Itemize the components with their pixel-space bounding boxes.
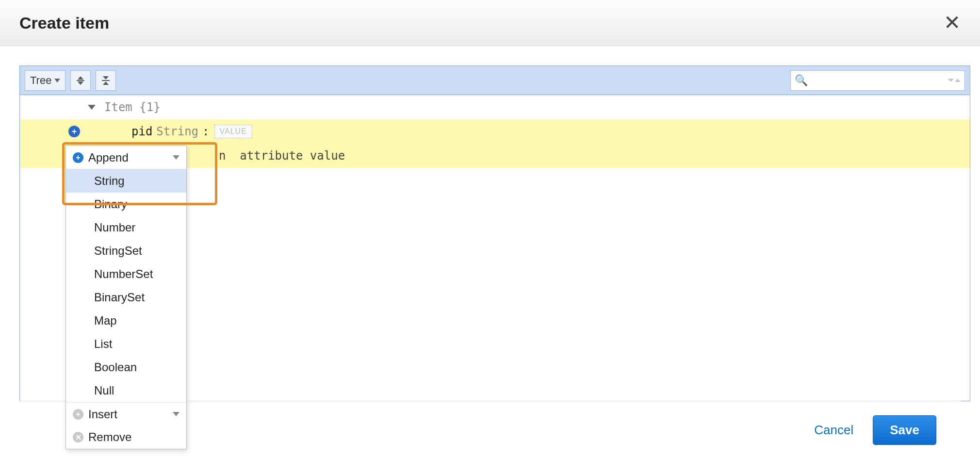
root-label: Item [104, 100, 132, 114]
menu-type-label: NumberSet [94, 267, 153, 281]
chevron-down-icon [173, 155, 180, 160]
plus-icon: + [73, 409, 83, 420]
menu-type-label: Null [94, 384, 114, 397]
menu-type-label: List [94, 337, 112, 351]
add-attribute-icon[interactable]: + [68, 126, 80, 137]
root-count: {1} [139, 100, 160, 114]
search-icon: 🔍 [795, 74, 808, 87]
menu-type-stringset[interactable]: StringSet [66, 239, 186, 262]
menu-append-label: Append [88, 151, 129, 164]
view-mode-label: Tree [30, 74, 51, 87]
view-mode-dropdown[interactable]: Tree [25, 70, 65, 91]
dialog-title: Create item [19, 14, 109, 33]
menu-type-null[interactable]: Null [66, 379, 186, 402]
caret-down-icon[interactable] [88, 105, 96, 110]
search-input[interactable] [811, 75, 945, 86]
menu-type-string[interactable]: String [66, 169, 186, 193]
chevron-down-icon [173, 412, 180, 416]
search-next-icon[interactable] [948, 79, 954, 82]
menu-type-label: Binary [94, 197, 127, 211]
dialog-header: Create item ✕ [0, 0, 980, 46]
menu-type-number[interactable]: Number [66, 216, 186, 239]
menu-remove[interactable]: ✕ Remove [66, 426, 186, 449]
menu-type-boolean[interactable]: Boolean [66, 356, 186, 379]
search-nav [948, 79, 961, 82]
append-hint-fragment: n [219, 149, 226, 163]
menu-type-label: Number [94, 221, 135, 234]
menu-type-label: Boolean [94, 361, 137, 374]
attribute-name[interactable]: pid [131, 125, 152, 138]
search-box[interactable]: 🔍 [790, 70, 965, 91]
menu-type-map[interactable]: Map [66, 309, 186, 332]
menu-type-label: BinarySet [94, 291, 145, 304]
type-list: StringBinaryNumberStringSetNumberSetBina… [66, 169, 186, 402]
collapse-icon [102, 76, 110, 85]
menu-remove-label: Remove [88, 430, 131, 444]
append-hint-text: attribute value [240, 149, 345, 163]
remove-icon: ✕ [73, 432, 83, 443]
chevron-down-icon [54, 79, 60, 82]
collapse-all-button[interactable] [96, 70, 116, 91]
close-icon[interactable]: ✕ [944, 13, 961, 33]
menu-type-list[interactable]: List [66, 332, 186, 356]
tree-root-row[interactable]: Item {1} [20, 95, 970, 119]
menu-insert-label: Insert [88, 408, 117, 421]
plus-icon: + [73, 152, 83, 163]
expand-all-button[interactable] [70, 70, 91, 91]
search-prev-icon[interactable] [955, 79, 961, 82]
attribute-row[interactable]: + pid String : VALUE [20, 119, 970, 144]
menu-type-binaryset[interactable]: BinarySet [66, 286, 186, 309]
menu-append[interactable]: + Append [66, 146, 186, 169]
cancel-button[interactable]: Cancel [814, 423, 853, 438]
menu-type-binary[interactable]: Binary [66, 193, 186, 216]
attribute-type: String [156, 125, 198, 138]
save-button[interactable]: Save [873, 415, 936, 445]
type-context-menu: + Append StringBinaryNumberStringSetNumb… [65, 146, 187, 449]
colon: : [202, 125, 209, 138]
menu-type-label: Map [94, 314, 117, 328]
menu-type-label: String [94, 174, 125, 188]
editor-toolbar: Tree 🔍 [20, 66, 970, 95]
expand-icon [77, 76, 84, 85]
menu-type-numberset[interactable]: NumberSet [66, 262, 186, 286]
menu-type-label: StringSet [94, 244, 142, 258]
menu-insert[interactable]: + Insert [66, 402, 186, 426]
attribute-value-input[interactable]: VALUE [214, 125, 252, 138]
